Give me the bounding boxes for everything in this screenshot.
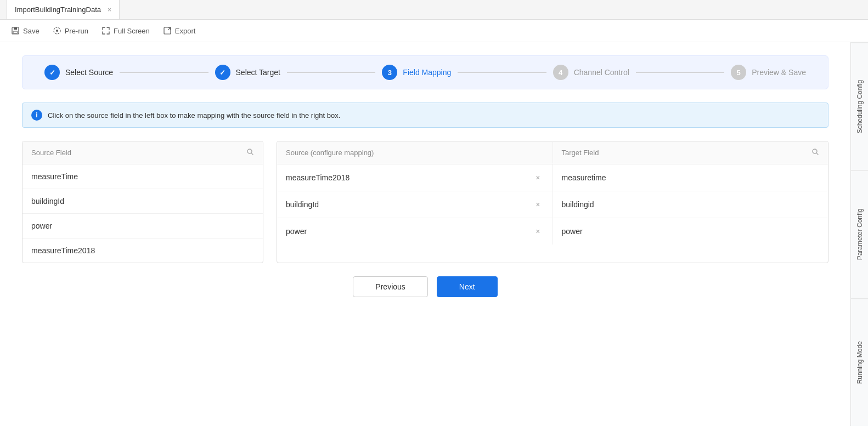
- previous-button[interactable]: Previous: [353, 276, 427, 297]
- target-search-icon[interactable]: [811, 148, 819, 157]
- step-1-circle: [44, 65, 60, 80]
- tab-bar: ImportBuildingTrainingData ×: [0, 0, 868, 20]
- step-2-label: Select Target: [236, 68, 280, 77]
- toolbar: Save Pre-run Full Screen Export: [0, 20, 868, 42]
- export-button[interactable]: Export: [163, 26, 196, 35]
- info-banner: i Click on the source field in the left …: [22, 103, 828, 128]
- field-item-buildingId[interactable]: buildingId: [22, 189, 263, 214]
- info-message: Click on the source field in the left bo…: [48, 111, 340, 120]
- step-4-label: Channel Control: [574, 68, 629, 77]
- sidebar-item-parameter[interactable]: Parameter Config: [851, 170, 868, 298]
- remove-mapping-1[interactable]: ×: [532, 199, 543, 210]
- field-item-measureTime[interactable]: measureTime: [22, 164, 263, 189]
- svg-point-4: [56, 30, 58, 32]
- mapping-row-1: buildingId × buildingid: [277, 191, 828, 218]
- prerun-icon: [53, 26, 61, 35]
- save-button[interactable]: Save: [11, 26, 40, 35]
- source-field-list: measureTime buildingId power measureTime…: [22, 164, 263, 263]
- fullscreen-icon: [102, 26, 110, 35]
- field-item-measureTime2018[interactable]: measureTime2018: [22, 238, 263, 263]
- sidebar-item-running[interactable]: Running Mode: [851, 298, 868, 426]
- mapping-row-0: measureTime2018 × measuretime: [277, 164, 828, 191]
- next-button[interactable]: Next: [437, 276, 498, 297]
- step-divider-3: [458, 72, 546, 73]
- step-2: Select Target: [215, 65, 280, 80]
- svg-point-7: [813, 149, 817, 154]
- source-search-icon[interactable]: [246, 148, 254, 157]
- svg-point-6: [247, 149, 252, 154]
- mapping-source-0: measureTime2018 ×: [277, 164, 553, 191]
- active-tab[interactable]: ImportBuildingTrainingData ×: [7, 0, 120, 19]
- step-1: Select Source: [44, 65, 113, 80]
- step-4: 4 Channel Control: [553, 65, 629, 80]
- remove-mapping-2[interactable]: ×: [532, 226, 543, 237]
- tab-close-button[interactable]: ×: [108, 6, 111, 14]
- mapping-panel-header: Source (configure mapping) Target Field: [277, 141, 828, 164]
- step-2-circle: [215, 65, 230, 80]
- step-4-circle: 4: [553, 65, 568, 80]
- mapping-target-2: power: [553, 219, 828, 243]
- source-panel-title: Source Field: [31, 149, 71, 157]
- main-content: Select Source Select Target 3 Field Mapp…: [0, 42, 868, 426]
- stepper: Select Source Select Target 3 Field Mapp…: [22, 55, 828, 89]
- step-divider-1: [120, 72, 208, 73]
- field-item-power[interactable]: power: [22, 214, 263, 238]
- step-1-label: Select Source: [65, 68, 113, 77]
- sidebar-item-scheduling[interactable]: Scheduling Config: [851, 42, 868, 170]
- step-divider-4: [636, 72, 724, 73]
- mapping-rows: measureTime2018 × measuretime buildingId…: [277, 164, 828, 245]
- info-icon: i: [31, 110, 42, 121]
- mapping-target-0: measuretime: [553, 166, 828, 190]
- mapping-target-1: buildingid: [553, 192, 828, 217]
- step-5-circle: 5: [731, 65, 746, 80]
- mapping-row-2: power × power: [277, 218, 828, 245]
- svg-rect-2: [13, 31, 18, 33]
- prerun-button[interactable]: Pre-run: [53, 26, 88, 35]
- save-icon: [11, 26, 20, 35]
- mapping-source-header: Source (configure mapping): [277, 142, 553, 163]
- step-3-circle: 3: [382, 65, 397, 80]
- step-5: 5 Preview & Save: [731, 65, 806, 80]
- step-divider-2: [287, 72, 375, 73]
- mapping-container: Source Field measureTime buildingId powe…: [22, 141, 828, 263]
- step-3: 3 Field Mapping: [382, 65, 451, 80]
- tab-title: ImportBuildingTrainingData: [15, 5, 101, 14]
- svg-rect-1: [14, 27, 17, 30]
- button-row: Previous Next: [22, 276, 828, 297]
- step-5-label: Preview & Save: [752, 68, 806, 77]
- step-3-label: Field Mapping: [403, 68, 451, 77]
- content-area: Select Source Select Target 3 Field Mapp…: [0, 42, 850, 426]
- source-panel-header: Source Field: [22, 141, 263, 164]
- remove-mapping-0[interactable]: ×: [532, 172, 543, 183]
- mapping-panel: Source (configure mapping) Target Field: [277, 141, 828, 263]
- fullscreen-button[interactable]: Full Screen: [102, 26, 150, 35]
- mapping-target-header: Target Field: [553, 141, 828, 164]
- export-icon: [163, 26, 172, 35]
- source-panel: Source Field measureTime buildingId powe…: [22, 141, 263, 263]
- mapping-source-2: power ×: [277, 218, 553, 245]
- mapping-source-1: buildingId ×: [277, 191, 553, 218]
- right-sidebar: Scheduling Config Parameter Config Runni…: [850, 42, 868, 426]
